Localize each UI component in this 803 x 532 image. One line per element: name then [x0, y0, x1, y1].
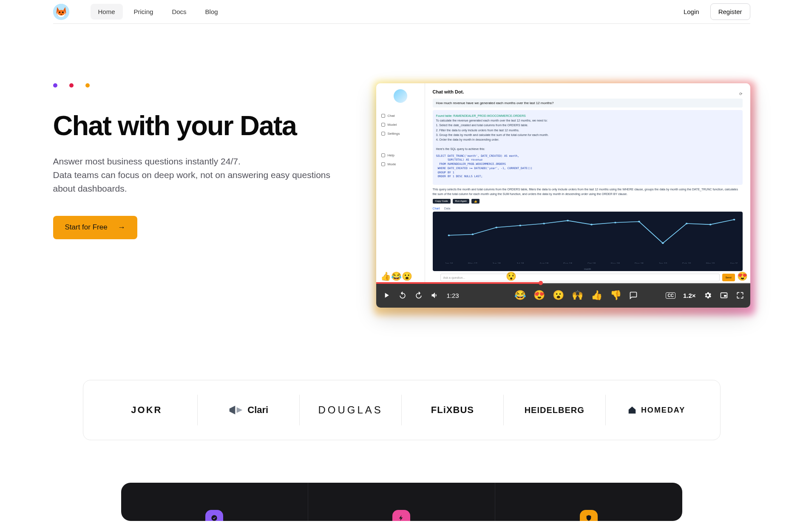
svg-text:Mar 19: Mar 19 [706, 263, 715, 263]
logo-clari: Clari [198, 395, 300, 425]
login-link[interactable]: Login [678, 4, 705, 20]
customer-logos: JOKR Clari DOUGLAS FLiXBUS HEIDELBERG HO… [83, 380, 721, 440]
svg-text:Apr 16: Apr 16 [445, 263, 453, 263]
fullscreen-icon[interactable] [736, 291, 744, 300]
svg-text:Oct 18: Oct 18 [587, 263, 596, 263]
svg-point-9 [495, 226, 497, 228]
svg-point-11 [543, 223, 545, 224]
svg-text:Jul 18: Jul 18 [516, 263, 524, 263]
clari-icon [229, 404, 243, 416]
svg-text:Dec 18: Dec 18 [634, 263, 644, 263]
tab-data: Data [444, 207, 451, 210]
nav-home[interactable]: Home [91, 4, 123, 20]
shield-badge-icon [580, 510, 598, 521]
auth-controls: Login Register [678, 3, 750, 20]
svg-point-7 [448, 235, 450, 236]
logo-jokr: JOKR [96, 395, 198, 425]
chat-title: Chat with Dot. [433, 89, 464, 94]
svg-point-14 [614, 222, 616, 224]
vs-help: Help [380, 151, 420, 160]
svg-text:Sep 18: Sep 18 [563, 263, 573, 263]
svg-point-18 [709, 224, 711, 226]
reaction-overlay: 😍 [737, 271, 748, 281]
vs-mode: Mode [380, 160, 420, 169]
rewind-icon[interactable] [398, 291, 407, 300]
reaction-thumbs-down[interactable]: 👎 [610, 290, 621, 301]
vs-model: Model [380, 120, 420, 129]
check-badge-icon [205, 510, 223, 521]
found-table: Found table: RAMENDEALER_PROD.WOOCOMMERC… [436, 113, 739, 118]
arrow-right-icon: → [118, 223, 125, 232]
svg-point-15 [638, 221, 640, 223]
svg-point-13 [590, 224, 593, 226]
settings-icon[interactable] [704, 291, 712, 300]
app-avatar [394, 89, 407, 103]
hero-copy: Answer most business questions instantly… [53, 155, 342, 195]
copy-code-button: Copy Code [433, 199, 451, 204]
question-input: Ask a question... [440, 274, 720, 281]
brand-logo[interactable] [53, 4, 69, 20]
video-app-screenshot: Chat Model Settings Help Mode Chat with … [376, 83, 750, 283]
svg-text:Aug 18: Aug 18 [539, 263, 549, 263]
tab-chart: Chart [433, 207, 440, 210]
hero-section: Chat with your Data Answer most business… [53, 24, 750, 342]
demo-video[interactable]: Chat Model Settings Help Mode Chat with … [376, 83, 750, 308]
svg-point-19 [733, 219, 735, 221]
svg-text:Jan 19: Jan 19 [658, 263, 667, 263]
hero-line-2: Data teams can focus on deep work, not o… [53, 170, 331, 193]
accent-dots [53, 83, 359, 88]
progress-track[interactable] [376, 282, 750, 284]
cta-start-free[interactable]: Start for Free → [53, 216, 137, 239]
reaction-overlay: 😯 [506, 271, 516, 281]
svg-text:Jun 18: Jun 18 [492, 263, 501, 263]
cta-label: Start for Free [65, 223, 108, 232]
nav-docs[interactable]: Docs [164, 4, 194, 20]
svg-point-17 [685, 223, 687, 224]
refresh-icon: ⟳ [739, 92, 743, 96]
volume-icon[interactable] [431, 291, 439, 300]
logo-heidelberg: HEIDELBERG [504, 395, 606, 425]
run-again-button: Run Again [453, 199, 470, 204]
user-question: How much revenue have we generated each … [433, 99, 743, 108]
timestamp: 1:23 [447, 292, 459, 299]
hero-title: Chat with your Data [53, 111, 359, 140]
playback-speed[interactable]: 1.2× [683, 292, 696, 299]
svg-point-10 [519, 225, 521, 226]
chart-xlabel: month [584, 268, 591, 270]
svg-point-16 [661, 242, 664, 244]
svg-text:May 17: May 17 [468, 263, 477, 263]
feature-band [121, 483, 682, 521]
pip-icon[interactable] [720, 291, 728, 300]
bolt-badge-icon [392, 510, 410, 521]
register-button[interactable]: Register [710, 3, 750, 20]
vs-chat: Chat [380, 111, 420, 120]
like-button: 👍 [471, 199, 480, 204]
svg-point-3 [59, 11, 60, 13]
sql-explanation: This query selects the month and total c… [433, 187, 743, 196]
svg-text:Feb 19: Feb 19 [682, 263, 691, 263]
nav-pricing[interactable]: Pricing [126, 4, 161, 20]
reaction-wow[interactable]: 😮 [553, 290, 564, 301]
nav-blog[interactable]: Blog [198, 4, 226, 20]
assistant-response: Found table: RAMENDEALER_PROD.WOOCOMMERC… [433, 110, 743, 185]
site-header: Home Pricing Docs Blog Login Register [53, 0, 750, 24]
forward-icon[interactable] [414, 291, 423, 300]
comment-icon[interactable] [629, 291, 638, 300]
play-icon[interactable] [382, 291, 391, 300]
svg-point-8 [471, 234, 474, 235]
video-player-bar: 1:23 😂 😍 😮 🙌 👍 👎 CC 1.2× [376, 283, 750, 308]
svg-text:Apr 19: Apr 19 [730, 263, 738, 263]
main-nav: Home Pricing Docs Blog [91, 4, 226, 20]
send-button: Send [722, 274, 735, 281]
sql-code: SELECT DATE_TRUNC('month', DATE_CREATED)… [436, 154, 739, 179]
reaction-hands[interactable]: 🙌 [572, 290, 583, 301]
reaction-laugh[interactable]: 😂 [514, 290, 526, 301]
reaction-overlay: 👍😂😮 [380, 271, 412, 281]
svg-text:Nov 18: Nov 18 [610, 263, 620, 263]
cc-button[interactable]: CC [666, 292, 675, 299]
svg-rect-34 [724, 295, 726, 297]
logo-douglas: DOUGLAS [300, 395, 402, 425]
house-icon [627, 405, 637, 415]
reaction-thumbs-up[interactable]: 👍 [591, 290, 602, 301]
reaction-heart-eyes[interactable]: 😍 [533, 290, 545, 301]
